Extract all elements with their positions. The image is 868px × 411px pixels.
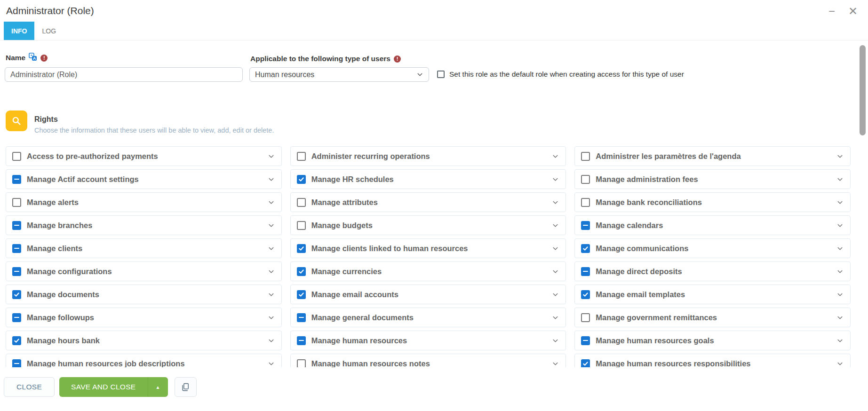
chevron-down-icon[interactable] xyxy=(548,222,559,229)
chevron-down-icon[interactable] xyxy=(548,199,559,206)
permission-checkbox-indeterminate[interactable] xyxy=(581,267,590,276)
permission-checkbox-checked[interactable] xyxy=(12,336,21,345)
permission-checkbox-indeterminate[interactable] xyxy=(12,244,21,253)
permission-item[interactable]: Manage email accounts xyxy=(290,285,566,304)
permission-item[interactable]: Manage direct deposits xyxy=(574,261,851,281)
permission-item[interactable]: Manage followups xyxy=(6,308,282,327)
permission-checkbox-indeterminate[interactable] xyxy=(581,221,590,230)
permission-item[interactable]: Manage government remittances xyxy=(574,308,851,327)
translate-icon[interactable]: A xyxy=(29,53,37,63)
default-role-checkbox-group[interactable]: Set this role as the default role when c… xyxy=(437,70,684,79)
permission-checkbox-checked[interactable] xyxy=(12,290,21,299)
chevron-down-icon[interactable] xyxy=(548,291,559,298)
permission-item[interactable]: Manage human resources xyxy=(290,331,566,350)
permission-checkbox-unchecked[interactable] xyxy=(581,198,590,207)
chevron-down-icon[interactable] xyxy=(548,176,559,183)
chevron-down-icon[interactable] xyxy=(548,153,559,160)
permission-item[interactable]: Manage human resources job descriptions xyxy=(6,354,282,367)
permission-checkbox-unchecked[interactable] xyxy=(297,221,306,230)
permission-checkbox-indeterminate[interactable] xyxy=(297,313,306,322)
close-button[interactable]: CLOSE xyxy=(4,377,55,397)
permission-item[interactable]: Manage currencies xyxy=(290,261,566,281)
chevron-down-icon[interactable] xyxy=(833,360,844,367)
permission-checkbox-checked[interactable] xyxy=(297,267,306,276)
permission-item[interactable]: Manage budgets xyxy=(290,215,566,235)
chevron-down-icon[interactable] xyxy=(264,245,275,252)
permission-item[interactable]: Manage HR schedules xyxy=(290,169,566,189)
chevron-down-icon[interactable] xyxy=(548,268,559,275)
permission-checkbox-unchecked[interactable] xyxy=(12,152,21,161)
permission-checkbox-indeterminate[interactable] xyxy=(12,313,21,322)
permission-item[interactable]: Manage calendars xyxy=(574,215,851,235)
chevron-down-icon[interactable] xyxy=(264,153,275,160)
permission-checkbox-checked[interactable] xyxy=(581,290,590,299)
save-options-dropdown-button[interactable]: ▲ xyxy=(148,377,168,397)
chevron-down-icon[interactable] xyxy=(548,360,559,367)
permission-item[interactable]: Manage bank reconciliations xyxy=(574,192,851,212)
permission-checkbox-checked[interactable] xyxy=(297,244,306,253)
minimize-icon[interactable]: − xyxy=(828,6,835,17)
permission-item[interactable]: Manage attributes xyxy=(290,192,566,212)
chevron-down-icon[interactable] xyxy=(833,337,844,344)
permission-item[interactable]: Manage administration fees xyxy=(574,169,851,189)
permission-checkbox-unchecked[interactable] xyxy=(12,198,21,207)
permission-item[interactable]: Manage documents xyxy=(6,285,282,304)
chevron-down-icon[interactable] xyxy=(833,176,844,183)
permission-checkbox-unchecked[interactable] xyxy=(581,152,590,161)
permission-item[interactable]: Manage branches xyxy=(6,215,282,235)
close-icon[interactable]: ✕ xyxy=(848,6,858,17)
chevron-down-icon[interactable] xyxy=(548,337,559,344)
permission-checkbox-checked[interactable] xyxy=(581,359,590,368)
chevron-down-icon[interactable] xyxy=(548,245,559,252)
chevron-down-icon[interactable] xyxy=(264,360,275,367)
user-type-select[interactable]: Human resources xyxy=(249,67,429,82)
chevron-down-icon[interactable] xyxy=(833,245,844,252)
chevron-down-icon[interactable] xyxy=(264,337,275,344)
permission-item[interactable]: Manage communications xyxy=(574,238,851,258)
permission-checkbox-indeterminate[interactable] xyxy=(12,221,21,230)
tab-log[interactable]: LOG xyxy=(34,22,64,40)
permission-item[interactable]: Access to pre-authorized payments xyxy=(6,146,282,166)
permission-checkbox-indeterminate[interactable] xyxy=(12,359,21,368)
permission-item[interactable]: Manage alerts xyxy=(6,192,282,212)
permission-item[interactable]: Manage configurations xyxy=(6,261,282,281)
chevron-down-icon[interactable] xyxy=(264,291,275,298)
permission-checkbox-indeterminate[interactable] xyxy=(12,175,21,184)
permission-item[interactable]: Manage human resources responsibilities xyxy=(574,354,851,367)
default-role-checkbox[interactable] xyxy=(437,71,445,78)
chevron-down-icon[interactable] xyxy=(264,176,275,183)
permission-item[interactable]: Manage clients linked to human resources xyxy=(290,238,566,258)
permission-checkbox-checked[interactable] xyxy=(581,244,590,253)
permission-checkbox-unchecked[interactable] xyxy=(581,175,590,184)
permission-item[interactable]: Administrer les paramètres de l'agenda xyxy=(574,146,851,166)
permission-item[interactable]: Manage Actif account settings xyxy=(6,169,282,189)
permission-checkbox-unchecked[interactable] xyxy=(297,198,306,207)
permission-checkbox-checked[interactable] xyxy=(297,290,306,299)
vertical-scrollbar-thumb[interactable] xyxy=(860,45,866,135)
chevron-down-icon[interactable] xyxy=(264,268,275,275)
permission-checkbox-checked[interactable] xyxy=(297,175,306,184)
permission-item[interactable]: Manage clients xyxy=(6,238,282,258)
chevron-down-icon[interactable] xyxy=(833,268,844,275)
permission-item[interactable]: Manage general documents xyxy=(290,308,566,327)
permission-item[interactable]: Administer recurring operations xyxy=(290,146,566,166)
chevron-down-icon[interactable] xyxy=(833,291,844,298)
permission-item[interactable]: Manage hours bank xyxy=(6,331,282,350)
chevron-down-icon[interactable] xyxy=(264,314,275,321)
permission-item[interactable]: Manage human resources goals xyxy=(574,331,851,350)
save-and-close-button[interactable]: SAVE AND CLOSE xyxy=(59,377,147,397)
chevron-down-icon[interactable] xyxy=(264,199,275,206)
permission-checkbox-indeterminate[interactable] xyxy=(297,336,306,345)
chevron-down-icon[interactable] xyxy=(833,222,844,229)
chevron-down-icon[interactable] xyxy=(833,153,844,160)
chevron-down-icon[interactable] xyxy=(548,314,559,321)
name-input[interactable]: Administrator (Role) xyxy=(5,67,243,82)
duplicate-role-button[interactable] xyxy=(175,377,197,397)
search-rights-button[interactable] xyxy=(6,111,27,131)
permission-checkbox-unchecked[interactable] xyxy=(297,359,306,368)
chevron-down-icon[interactable] xyxy=(833,199,844,206)
permission-checkbox-indeterminate[interactable] xyxy=(581,336,590,345)
chevron-down-icon[interactable] xyxy=(833,314,844,321)
permission-item[interactable]: Manage email templates xyxy=(574,285,851,304)
tab-info[interactable]: INFO xyxy=(4,22,34,40)
